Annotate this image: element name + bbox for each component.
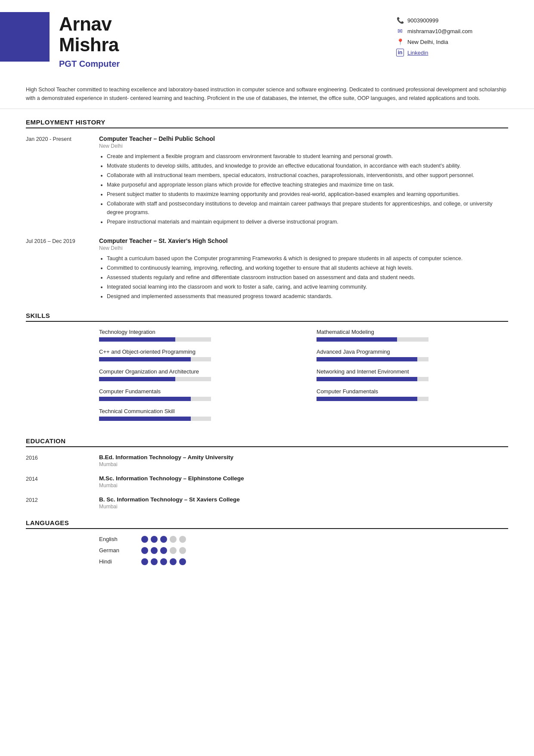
skill-label-r3: Networking and Internet Environment [317, 368, 508, 375]
lang-name-hindi: Hindi [99, 558, 134, 565]
email-contact: ✉ mishrarnav10@gmail.com [396, 27, 508, 35]
edu-year-1: 2016 [26, 454, 99, 467]
bullet-2-5: Designed and implemented assessments tha… [107, 292, 508, 301]
employment-entry-2: Jul 2016 – Dec 2019 Computer Teacher – S… [26, 237, 508, 302]
lang-dot-h4 [170, 558, 177, 565]
employment-entry-1: Jan 2020 - Present Computer Teacher – De… [26, 135, 508, 227]
skill-bar-bg-3 [99, 377, 211, 381]
bullet-2-3: Assessed students regularly and refine a… [107, 273, 508, 282]
lang-dot-g5 [179, 547, 186, 554]
email-address: mishrarnav10@gmail.com [407, 28, 472, 34]
edu-year-2: 2014 [26, 475, 99, 488]
employment-section-title: EMPLOYMENT HISTORY [26, 118, 508, 128]
bullet-2-2: Committed to continuously learning, impr… [107, 264, 508, 272]
skill-bar-fill-r1 [317, 337, 397, 342]
lang-dots-english [141, 536, 186, 543]
skill-label-r4: Computer Fundamentals [317, 388, 508, 395]
languages-section-title: LANGUAGES [26, 519, 508, 529]
skill-bar-fill-r2 [317, 357, 417, 361]
summary-text: High School Teacher committed to teachin… [26, 87, 506, 101]
edu-degree-1: B.Ed. Information Technology – Amity Uni… [99, 454, 233, 460]
lang-dot-h1 [141, 558, 148, 565]
lang-name-english: English [99, 536, 134, 542]
lang-dot-e5 [179, 536, 186, 543]
lang-dot-e4 [170, 536, 177, 543]
skill-item-r1: Mathematical Modeling [317, 329, 508, 342]
skill-bar-fill-4 [99, 397, 191, 401]
lang-dot-g4 [170, 547, 177, 554]
bullet-1-5: Present subject matter to students to ma… [107, 190, 508, 199]
skill-item-1: Technology Integration [99, 329, 291, 342]
edu-location-1: Mumbai [99, 461, 233, 467]
lang-dot-e3 [160, 536, 167, 543]
linkedin-contact[interactable]: in Linkedin [396, 49, 508, 56]
bullet-1-1: Create and implement a flexible program … [107, 152, 508, 161]
full-name: Arnav Mishra [59, 14, 120, 56]
job-title: PGT Computer [59, 59, 120, 69]
skills-row: Technology Integration C++ and Object-or… [26, 329, 508, 428]
skill-label-3: Computer Organization and Architecture [99, 368, 291, 375]
last-name: Mishra [59, 34, 119, 55]
edu-body-1: B.Ed. Information Technology – Amity Uni… [99, 454, 233, 467]
entry-body-2: Computer Teacher – St. Xavier's High Sch… [99, 237, 508, 302]
location-contact: 📍 New Delhi, India [396, 38, 508, 46]
skill-label-4: Computer Fundamentals [99, 388, 291, 395]
bullet-1-4: Make purposeful and appropriate lesson p… [107, 180, 508, 189]
education-section: EDUCATION 2016 B.Ed. Information Technol… [26, 437, 508, 510]
edu-entry-3: 2012 B. Sc. Information Technology – St … [26, 496, 508, 510]
skill-bar-fill-r4 [317, 397, 417, 401]
lang-dots-german [141, 547, 186, 554]
skill-label-r1: Mathematical Modeling [317, 329, 508, 335]
skill-bar-bg-r4 [317, 397, 428, 401]
skill-bar-fill-5 [99, 417, 191, 421]
education-section-title: EDUCATION [26, 437, 508, 447]
skill-bar-bg-1 [99, 337, 211, 342]
phone-contact: 📞 9003900999 [396, 16, 508, 24]
resume-page: Arnav Mishra PGT Computer 📞 9003900999 ✉… [0, 0, 534, 756]
edu-body-3: B. Sc. Information Technology – St Xavie… [99, 496, 240, 510]
skill-bar-bg-4 [99, 397, 211, 401]
lang-dots-hindi [141, 558, 186, 565]
lang-dot-e1 [141, 536, 148, 543]
skill-bar-bg-r1 [317, 337, 428, 342]
summary-section: High School Teacher committed to teachin… [0, 78, 534, 109]
header: Arnav Mishra PGT Computer 📞 9003900999 ✉… [0, 0, 534, 78]
edu-entry-2: 2014 M.Sc. Information Technology – Elph… [26, 475, 508, 488]
skills-section-title: SKILLS [26, 312, 508, 322]
employment-section: EMPLOYMENT HISTORY Jan 2020 - Present Co… [26, 118, 508, 302]
skill-bar-fill-3 [99, 377, 175, 381]
skill-bar-bg-r3 [317, 377, 428, 381]
lang-dot-e2 [151, 536, 158, 543]
skill-bar-fill-1 [99, 337, 175, 342]
entry-company-2: Computer Teacher – St. Xavier's High Sch… [99, 237, 508, 244]
bullet-2-1: Taught a curriculum based upon the Compu… [107, 254, 508, 263]
location-text: New Delhi, India [407, 39, 448, 45]
entry-bullets-1: Create and implement a flexible program … [99, 152, 508, 226]
skills-section: SKILLS Technology Integration C++ and [26, 312, 508, 428]
header-name-section: Arnav Mishra PGT Computer [59, 12, 120, 69]
skill-label-r2: Advanced Java Programming [317, 348, 508, 355]
email-icon: ✉ [396, 27, 404, 35]
edu-year-3: 2012 [26, 496, 99, 510]
skill-item-r3: Networking and Internet Environment [317, 368, 508, 381]
phone-icon: 📞 [396, 16, 404, 24]
lang-entry-german: German [99, 547, 508, 554]
entry-bullets-2: Taught a curriculum based upon the Compu… [99, 254, 508, 301]
linkedin-link[interactable]: Linkedin [407, 50, 428, 56]
skills-label-spacer [26, 329, 99, 428]
skill-label-5: Technical Communication Skill [99, 408, 291, 414]
skill-label-2: C++ and Object-oriented Programming [99, 348, 291, 355]
skills-left-col: Technology Integration C++ and Object-or… [99, 329, 291, 428]
bullet-1-3: Collaborate with all instructional team … [107, 171, 508, 180]
skill-item-2: C++ and Object-oriented Programming [99, 348, 291, 361]
edu-location-3: Mumbai [99, 504, 240, 510]
location-icon: 📍 [396, 38, 404, 46]
lang-entry-hindi: Hindi [99, 558, 508, 565]
lang-dot-g1 [141, 547, 148, 554]
edu-body-2: M.Sc. Information Technology – Elphinsto… [99, 475, 244, 488]
phone-number: 9003900999 [407, 17, 438, 24]
edu-entry-1: 2016 B.Ed. Information Technology – Amit… [26, 454, 508, 467]
lang-dot-g3 [160, 547, 167, 554]
entry-company-1: Computer Teacher – Delhi Public School [99, 135, 508, 142]
profile-photo [0, 12, 50, 62]
